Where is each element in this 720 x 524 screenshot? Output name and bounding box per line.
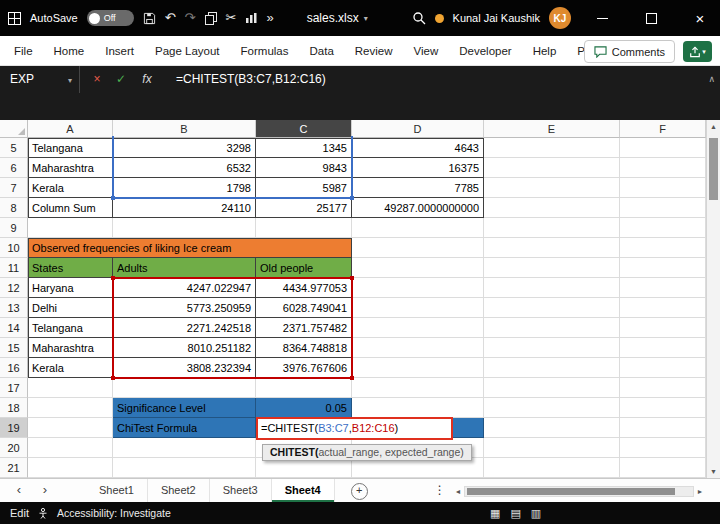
column-header-f[interactable]: F <box>620 120 706 138</box>
close-button[interactable]: × <box>680 0 720 36</box>
qat-more-icon[interactable]: » <box>266 0 273 36</box>
cell-A12[interactable]: Haryana <box>28 278 113 298</box>
search-icon[interactable] <box>412 11 426 25</box>
formula-input[interactable]: =CHITEST(B3:C7,B12:C16) <box>176 66 326 93</box>
cell-C12[interactable]: 4434.977053 <box>256 278 352 298</box>
cell-A15[interactable]: Maharashtra <box>28 338 113 358</box>
select-all-corner[interactable] <box>0 120 28 138</box>
active-cell-editor[interactable]: =CHITEST(B3:C7,B12:C16) <box>256 417 453 440</box>
cell-C7[interactable]: 5987 <box>256 178 352 198</box>
cell-B5[interactable]: 3298 <box>113 138 256 158</box>
cell-A5[interactable]: Telangana <box>28 138 113 158</box>
row-header-6[interactable]: 6 <box>0 158 28 178</box>
save-icon[interactable] <box>143 12 156 25</box>
cell-D6[interactable]: 16375 <box>352 158 484 178</box>
name-box-dropdown-icon[interactable]: ▾ <box>68 67 72 94</box>
cell-B6[interactable]: 6532 <box>113 158 256 178</box>
cell-B11[interactable]: Adults <box>113 258 256 278</box>
cell-C14[interactable]: 2371.757482 <box>256 318 352 338</box>
comments-button[interactable]: Comments <box>584 40 675 63</box>
row-header-20[interactable]: 20 <box>0 438 28 458</box>
cell-B16[interactable]: 3808.232394 <box>113 358 256 378</box>
column-header-a[interactable]: A <box>28 120 113 138</box>
row-header-5[interactable]: 5 <box>0 138 28 158</box>
enter-icon[interactable]: ✓ <box>110 66 132 93</box>
share-button[interactable]: ▾ <box>683 41 712 62</box>
cell-C11[interactable]: Old people <box>256 258 352 278</box>
document-title-caret-icon[interactable]: ▾ <box>364 14 368 23</box>
new-sheet-button[interactable]: + <box>351 483 368 500</box>
cell-A7[interactable]: Kerala <box>28 178 113 198</box>
row-header-16[interactable]: 16 <box>0 358 28 378</box>
cell-B12[interactable]: 4247.022947 <box>113 278 256 298</box>
ribbon-tab-page-layout[interactable]: Page Layout <box>155 45 220 57</box>
cell-A11[interactable]: States <box>28 258 113 278</box>
cell-A10[interactable]: Observed frequencies of liking Ice cream <box>28 238 352 258</box>
column-header-c[interactable]: C <box>256 120 352 138</box>
cell-C18[interactable]: 0.05 <box>256 398 352 418</box>
cell-B15[interactable]: 8010.251182 <box>113 338 256 358</box>
cell-B19[interactable]: ChiTest Formula <box>113 418 256 438</box>
cell-C16[interactable]: 3976.767606 <box>256 358 352 378</box>
cell-C5[interactable]: 1345 <box>256 138 352 158</box>
horizontal-scroll-track[interactable] <box>464 486 694 497</box>
cell-A16[interactable]: Kerala <box>28 358 113 378</box>
name-box[interactable]: EXP ▾ <box>0 66 80 93</box>
row-header-21[interactable]: 21 <box>0 458 28 478</box>
sheet-nav-left-icon[interactable]: ‹ <box>6 479 32 502</box>
row-header-19[interactable]: 19 <box>0 418 28 438</box>
copy-icon[interactable] <box>205 12 217 25</box>
document-title[interactable]: sales.xlsx <box>307 11 359 25</box>
cut-icon[interactable]: ✂ <box>226 0 237 36</box>
row-header-13[interactable]: 13 <box>0 298 28 318</box>
horizontal-scrollbar[interactable]: ◄ ► <box>452 484 706 498</box>
cell-D8[interactable]: 49287.0000000000 <box>352 198 484 218</box>
row-header-18[interactable]: 18 <box>0 398 28 418</box>
user-name[interactable]: Kunal Jai Kaushik <box>453 12 540 24</box>
cell-C15[interactable]: 8364.748818 <box>256 338 352 358</box>
page-break-view-icon[interactable]: ▥ <box>531 507 541 520</box>
sheet-tab-sheet3[interactable]: Sheet3 <box>210 479 272 502</box>
row-header-10[interactable]: 10 <box>0 238 28 258</box>
scroll-left-icon[interactable]: ◄ <box>452 488 464 495</box>
column-header-b[interactable]: B <box>113 120 256 138</box>
ribbon-tab-data[interactable]: Data <box>310 45 334 57</box>
cell-D7[interactable]: 7785 <box>352 178 484 198</box>
cell-B18[interactable]: Significance Level <box>113 398 256 418</box>
sheet-nav-right-icon[interactable]: › <box>32 479 58 502</box>
minimize-button[interactable] <box>582 0 622 36</box>
row-header-17[interactable]: 17 <box>0 378 28 398</box>
avatar[interactable]: KJ <box>549 7 571 29</box>
ribbon-tab-home[interactable]: Home <box>54 45 85 57</box>
horizontal-scroll-thumb[interactable] <box>467 488 675 495</box>
scroll-down-icon[interactable]: ▼ <box>707 468 720 475</box>
insert-function-icon[interactable]: fx <box>136 66 158 93</box>
row-header-15[interactable]: 15 <box>0 338 28 358</box>
chart-icon[interactable] <box>245 12 257 24</box>
ribbon-tab-insert[interactable]: Insert <box>105 45 134 57</box>
undo-icon[interactable]: ↶ <box>165 0 176 36</box>
vertical-scrollbar[interactable]: ▲ ▼ <box>706 120 720 478</box>
column-header-e[interactable]: E <box>484 120 620 138</box>
autosave-toggle[interactable]: Off <box>87 10 134 26</box>
column-header-d[interactable]: D <box>352 120 484 138</box>
row-header-7[interactable]: 7 <box>0 178 28 198</box>
sheet-tab-sheet4[interactable]: Sheet4 <box>272 479 335 502</box>
vertical-scroll-thumb[interactable] <box>709 138 718 200</box>
page-layout-view-icon[interactable]: ▤ <box>510 507 520 520</box>
sheet-tab-sheet2[interactable]: Sheet2 <box>148 479 210 502</box>
scroll-up-icon[interactable]: ▲ <box>707 123 720 130</box>
cell-A13[interactable]: Delhi <box>28 298 113 318</box>
cell-B8[interactable]: 24110 <box>113 198 256 218</box>
cell-B7[interactable]: 1798 <box>113 178 256 198</box>
cell-A8[interactable]: Column Sum <box>28 198 113 218</box>
row-header-9[interactable]: 9 <box>0 218 28 238</box>
normal-view-icon[interactable]: ▦ <box>490 507 500 520</box>
row-header-8[interactable]: 8 <box>0 198 28 218</box>
cancel-icon[interactable]: × <box>86 66 108 93</box>
sheet-tab-sheet1[interactable]: Sheet1 <box>86 479 148 502</box>
row-header-11[interactable]: 11 <box>0 258 28 278</box>
ribbon-tab-view[interactable]: View <box>414 45 439 57</box>
ribbon-tab-formulas[interactable]: Formulas <box>241 45 289 57</box>
row-header-12[interactable]: 12 <box>0 278 28 298</box>
